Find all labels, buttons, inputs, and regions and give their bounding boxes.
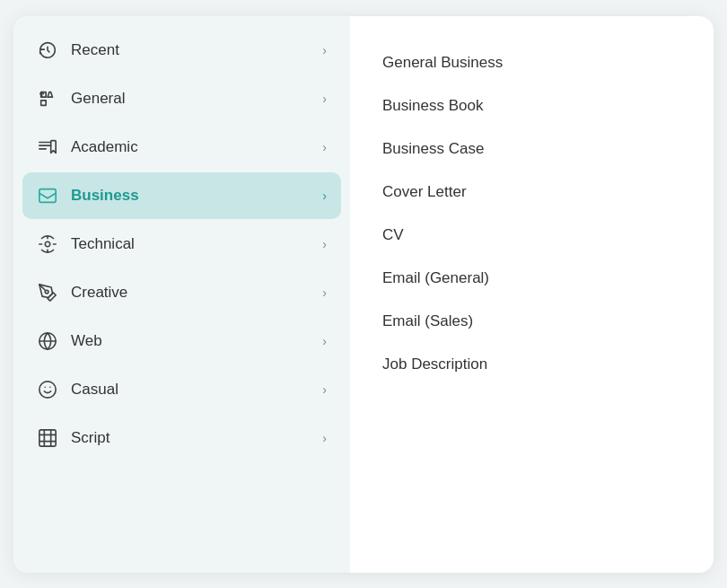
recent-icon bbox=[37, 39, 58, 61]
list-item[interactable]: Business Case bbox=[382, 127, 681, 171]
sidebar-item-general-label: General bbox=[71, 90, 125, 108]
svg-point-2 bbox=[45, 241, 50, 247]
sidebar-item-business-label: Business bbox=[71, 187, 139, 205]
sidebar-item-script-label: Script bbox=[71, 429, 109, 447]
sidebar-item-recent[interactable]: Recent › bbox=[22, 27, 341, 74]
sidebar-item-general[interactable]: General › bbox=[22, 75, 341, 122]
svg-point-10 bbox=[39, 381, 56, 397]
general-icon bbox=[37, 88, 58, 110]
business-icon bbox=[37, 185, 58, 206]
sidebar-item-casual[interactable]: Casual › bbox=[22, 366, 341, 413]
chevron-icon: › bbox=[322, 189, 327, 203]
casual-icon bbox=[37, 379, 58, 400]
chevron-icon: › bbox=[322, 92, 327, 106]
list-item[interactable]: Email (Sales) bbox=[382, 300, 681, 343]
technical-icon bbox=[37, 233, 58, 255]
sidebar-item-business[interactable]: Business › bbox=[22, 172, 341, 219]
sidebar-item-web-label: Web bbox=[71, 332, 102, 350]
sidebar: Recent › General › Academic › bbox=[13, 16, 350, 573]
sidebar-item-web[interactable]: Web › bbox=[22, 318, 341, 364]
sidebar-item-recent-label: Recent bbox=[71, 41, 119, 59]
sidebar-item-academic[interactable]: Academic › bbox=[22, 124, 341, 171]
chevron-icon: › bbox=[322, 237, 327, 251]
list-item[interactable]: Cover Letter bbox=[382, 171, 681, 214]
creative-icon bbox=[37, 282, 58, 303]
svg-point-7 bbox=[45, 290, 48, 294]
sidebar-item-technical-label: Technical bbox=[71, 235, 135, 253]
sidebar-item-technical[interactable]: Technical › bbox=[22, 221, 341, 268]
svg-rect-1 bbox=[39, 189, 56, 202]
sidebar-item-creative[interactable]: Creative › bbox=[22, 269, 341, 316]
list-item[interactable]: Job Description bbox=[382, 343, 681, 386]
list-item[interactable]: General Business bbox=[382, 41, 681, 84]
sidebar-item-academic-label: Academic bbox=[71, 138, 138, 156]
svg-rect-13 bbox=[39, 429, 56, 445]
main-container: Recent › General › Academic › bbox=[13, 16, 714, 573]
sidebar-item-script[interactable]: Script › bbox=[22, 415, 341, 461]
chevron-icon: › bbox=[322, 382, 327, 397]
script-icon bbox=[37, 427, 58, 449]
list-item[interactable]: Email (General) bbox=[382, 257, 681, 300]
academic-icon bbox=[37, 136, 58, 158]
list-item[interactable]: Business Book bbox=[382, 84, 681, 127]
content-list: General Business Business Book Business … bbox=[382, 41, 681, 386]
chevron-icon: › bbox=[322, 431, 327, 445]
chevron-icon: › bbox=[322, 334, 327, 348]
chevron-icon: › bbox=[322, 285, 327, 300]
sidebar-item-creative-label: Creative bbox=[71, 284, 127, 302]
sidebar-item-casual-label: Casual bbox=[71, 381, 118, 399]
list-item[interactable]: CV bbox=[382, 214, 681, 257]
main-content: General Business Business Book Business … bbox=[350, 16, 714, 573]
chevron-icon: › bbox=[322, 140, 327, 154]
web-icon bbox=[37, 330, 58, 352]
chevron-icon: › bbox=[322, 43, 327, 57]
